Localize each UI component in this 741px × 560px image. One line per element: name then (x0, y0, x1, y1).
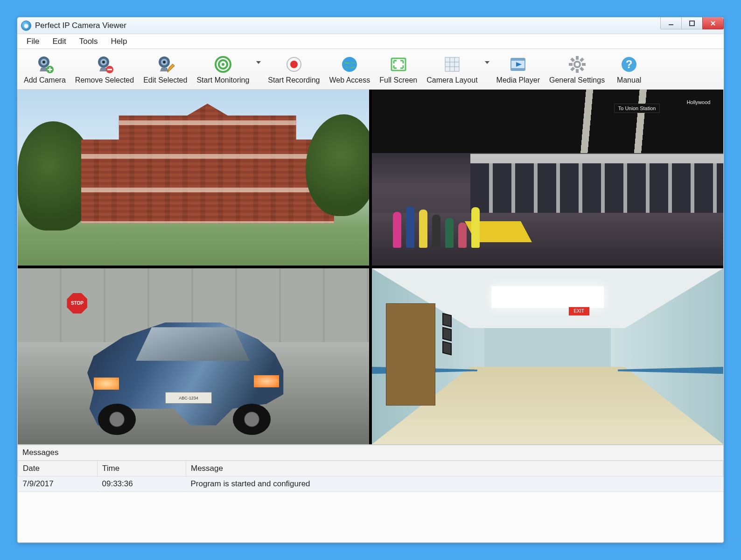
app-window: ◉ Perfect IP Camera Viewer File Edit Too… (17, 17, 724, 543)
fullscreen-icon (389, 55, 408, 74)
svg-point-4 (42, 61, 45, 63)
minimize-button[interactable] (660, 17, 682, 29)
svg-rect-27 (576, 69, 579, 73)
start-monitoring-dropdown[interactable] (255, 53, 262, 64)
media-player-button[interactable]: Media Player (493, 53, 544, 86)
general-settings-button[interactable]: General Settings (545, 53, 608, 86)
messages-title: Messages (18, 445, 723, 461)
toolbar-label: Camera Layout (426, 76, 477, 84)
svg-text:?: ? (626, 58, 633, 70)
gear-icon (567, 55, 587, 74)
toolbar-label: Start Monitoring (196, 76, 249, 84)
svg-rect-1 (690, 21, 694, 26)
close-button[interactable] (702, 17, 724, 29)
menu-tools[interactable]: Tools (73, 35, 105, 48)
manual-button[interactable]: ? Manual (610, 53, 648, 86)
svg-point-19 (342, 57, 357, 72)
table-row[interactable]: 7/9/2017 09:33:36 Program is started and… (18, 476, 723, 492)
maximize-icon (689, 20, 695, 27)
svg-rect-21 (445, 57, 459, 71)
svg-point-16 (222, 63, 224, 66)
svg-rect-20 (391, 58, 405, 70)
svg-rect-31 (570, 67, 575, 71)
toolbar-label: Remove Selected (75, 76, 134, 84)
help-icon: ? (619, 55, 639, 74)
messages-table: Date Time Message 7/9/2017 09:33:36 Prog… (18, 461, 723, 492)
col-time[interactable]: Time (98, 461, 186, 476)
web-access-button[interactable]: Web Access (326, 53, 374, 86)
target-icon (213, 55, 233, 74)
toolbar-label: Media Player (496, 76, 540, 84)
svg-rect-23 (511, 58, 525, 61)
svg-rect-33 (579, 67, 584, 71)
toolbar-label: Manual (617, 76, 641, 84)
close-icon (710, 20, 716, 27)
toolbar-label: Edit Selected (143, 76, 187, 84)
menubar: File Edit Tools Help (17, 34, 724, 49)
titlebar: ◉ Perfect IP Camera Viewer (17, 17, 724, 34)
webcam-add-icon (35, 55, 55, 74)
cell-time: 09:33:36 (98, 476, 186, 492)
menu-edit[interactable]: Edit (46, 35, 72, 48)
col-date[interactable]: Date (18, 461, 98, 476)
media-player-icon (508, 55, 528, 74)
messages-panel: Messages Date Time Message 7/9/2017 09:3… (17, 445, 724, 543)
window-title: Perfect IP Camera Viewer (35, 21, 126, 30)
toolbar-label: Start Recording (268, 76, 320, 84)
license-plate: ABC-1234 (165, 392, 211, 404)
webcam-remove-icon (95, 55, 114, 74)
record-icon (284, 55, 304, 74)
globe-icon (340, 55, 359, 74)
svg-rect-26 (576, 56, 579, 60)
start-monitoring-button[interactable]: Start Monitoring (193, 53, 253, 86)
camera-feed-3[interactable]: STOP ABC-1234 (18, 268, 369, 444)
camera-feed-4[interactable]: EXIT (372, 268, 723, 444)
menu-help[interactable]: Help (104, 35, 133, 48)
menu-file[interactable]: File (20, 35, 46, 48)
remove-selected-button[interactable]: Remove Selected (71, 53, 138, 86)
camera-feed-2[interactable]: To Union Station Hollywood (372, 90, 723, 266)
svg-point-18 (290, 61, 298, 68)
col-message[interactable]: Message (186, 461, 723, 476)
chevron-down-icon (256, 61, 261, 64)
minimize-icon (668, 20, 674, 27)
svg-point-34 (575, 63, 579, 66)
svg-rect-30 (579, 57, 584, 62)
camera-grid: To Union Station Hollywood STOP ABC-1234 (17, 90, 724, 445)
toolbar-label: Add Camera (24, 76, 66, 84)
camera-feed-1[interactable] (18, 90, 369, 266)
grid-layout-icon (442, 55, 462, 74)
toolbar-label: Full Screen (379, 76, 417, 84)
svg-rect-10 (107, 69, 112, 70)
camera-layout-button[interactable]: Camera Layout (423, 53, 481, 86)
svg-point-13 (163, 61, 166, 63)
svg-rect-32 (570, 57, 575, 62)
toolbar: Add Camera Remove Selected Edit Sele (17, 49, 724, 90)
edit-selected-button[interactable]: Edit Selected (140, 53, 191, 86)
add-camera-button[interactable]: Add Camera (20, 53, 70, 86)
svg-point-8 (102, 61, 105, 63)
maximize-button[interactable] (681, 17, 703, 29)
chevron-down-icon (485, 61, 489, 64)
svg-rect-0 (669, 24, 673, 25)
svg-rect-28 (569, 63, 573, 66)
app-icon: ◉ (21, 21, 31, 31)
toolbar-label: Web Access (329, 76, 370, 84)
full-screen-button[interactable]: Full Screen (376, 53, 421, 86)
cell-date: 7/9/2017 (18, 476, 98, 492)
svg-rect-24 (511, 68, 525, 70)
camera-layout-dropdown[interactable] (483, 53, 491, 64)
cell-message: Program is started and configured (186, 476, 723, 492)
window-controls (661, 17, 724, 34)
toolbar-label: General Settings (549, 76, 605, 84)
station-sign-2: Hollywood (685, 98, 713, 106)
svg-rect-29 (582, 63, 586, 66)
start-recording-button[interactable]: Start Recording (264, 53, 323, 86)
webcam-edit-icon (155, 55, 175, 74)
exit-sign: EXIT (569, 307, 589, 315)
station-sign: To Union Station (614, 104, 660, 113)
